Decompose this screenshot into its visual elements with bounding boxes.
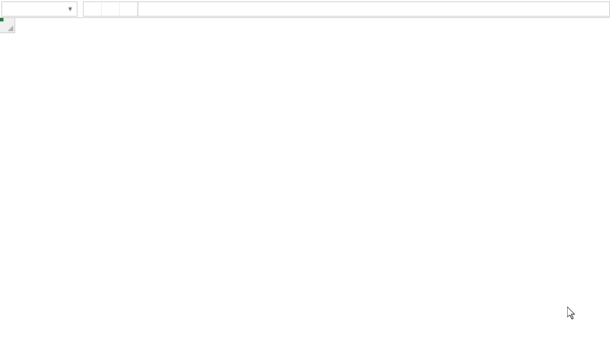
formula-buttons — [83, 1, 138, 17]
select-all-corner[interactable] — [0, 18, 15, 33]
chevron-down-icon[interactable]: ▼ — [67, 6, 73, 12]
formula-input[interactable] — [138, 1, 610, 17]
enter-button[interactable] — [102, 2, 120, 16]
cancel-button[interactable] — [84, 2, 102, 16]
sheet-area — [0, 18, 610, 364]
fx-button[interactable] — [120, 2, 138, 16]
cursor-icon — [567, 307, 578, 323]
formula-bar: ▼ — [0, 0, 610, 18]
name-box[interactable]: ▼ — [1, 1, 77, 17]
